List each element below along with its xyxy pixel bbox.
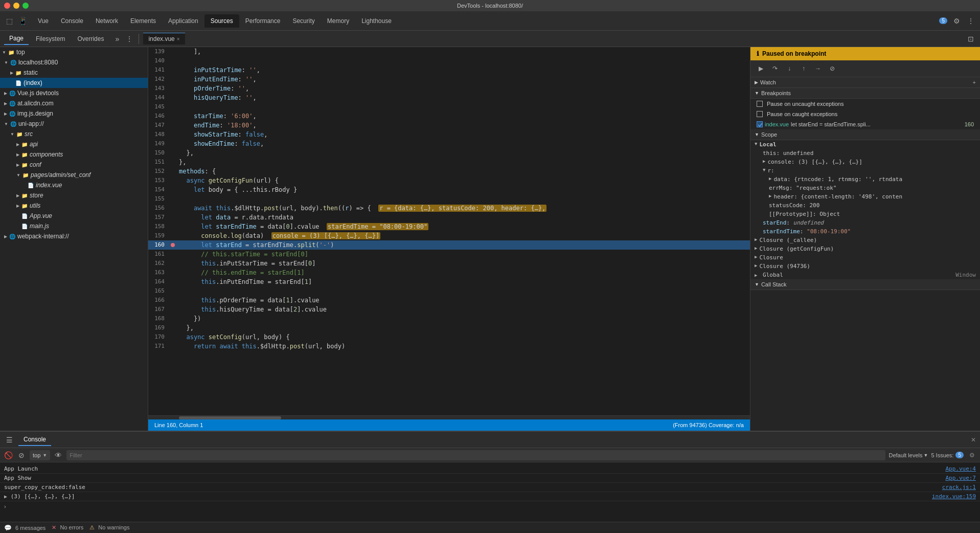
- breakpoints-section-header[interactable]: ▼ Breakpoints: [750, 88, 980, 99]
- deactivate-btn[interactable]: ⊘: [826, 62, 838, 75]
- scope-console[interactable]: ▶ console: (3) [{…}, {…}, {…}]: [750, 158, 980, 166]
- breakpoint-area-163[interactable]: [169, 268, 177, 277]
- breakpoint-area-152[interactable]: [169, 167, 177, 176]
- pause-caught-checkbox[interactable]: [757, 111, 763, 117]
- stepover-btn[interactable]: ↷: [769, 62, 781, 75]
- sidebar-item-static[interactable]: ▶ 📁 static: [0, 68, 148, 78]
- sidebar-item-mainjs[interactable]: ▶ 📄 main.js: [0, 221, 148, 231]
- breakpoint-area-167[interactable]: [169, 305, 177, 314]
- breakpoint-area-151[interactable]: [169, 158, 177, 167]
- sidebar-item-src[interactable]: ▼ 📁 src: [0, 129, 148, 139]
- breakpoint-area-154[interactable]: [169, 185, 177, 194]
- console-close[interactable]: ✕: [971, 436, 976, 443]
- breakpoint-area-156[interactable]: [169, 204, 177, 213]
- msg-3-src[interactable]: crack.js:1: [942, 484, 976, 491]
- stepinto-btn[interactable]: ↓: [783, 62, 795, 75]
- sidebar-item-imgjs[interactable]: ▶ 🌐 img.js.design: [0, 108, 148, 119]
- file-tab-index-vue[interactable]: index.vue ×: [143, 33, 185, 45]
- settings-icon[interactable]: ⚙: [951, 16, 962, 26]
- breakpoint-area-159[interactable]: [169, 231, 177, 240]
- console-settings-icon[interactable]: ⚙: [967, 450, 977, 460]
- breakpoint-area-165[interactable]: [169, 286, 177, 296]
- sidebar-item-pages[interactable]: ▼ 📁 pages/admin/set_conf: [0, 170, 148, 180]
- tab-lighthouse[interactable]: Lighthouse: [355, 14, 398, 28]
- subtab-filesystem[interactable]: Filesystem: [31, 33, 70, 45]
- breakpoint-area-161[interactable]: [169, 250, 177, 259]
- console-menu-icon[interactable]: ☰: [4, 435, 14, 445]
- resume-btn[interactable]: ▶: [755, 62, 767, 75]
- tab-performance[interactable]: Performance: [239, 14, 287, 28]
- breakpoint-area-153[interactable]: [169, 176, 177, 185]
- tab-network[interactable]: Network: [89, 14, 124, 28]
- sidebar-item-uniapp[interactable]: ▼ 🌐 uni-app://: [0, 119, 148, 129]
- maximize-button[interactable]: [22, 3, 29, 9]
- sidebar-item-vuedevtools[interactable]: ▶ 🌐 Vue.js devtools: [0, 88, 148, 98]
- breakpoint-area-149[interactable]: [169, 139, 177, 148]
- tab-vue[interactable]: Vue: [32, 14, 55, 28]
- breakpoint-area-164[interactable]: [169, 277, 177, 286]
- scope-r[interactable]: ▼ r:: [750, 166, 980, 175]
- breakpoint-area-150[interactable]: [169, 148, 177, 158]
- breakpoint-area-155[interactable]: [169, 194, 177, 204]
- subtab-overrides[interactable]: Overrides: [72, 33, 109, 45]
- more-icon[interactable]: ⋮: [966, 16, 976, 26]
- minimize-button[interactable]: [13, 3, 19, 9]
- horizontal-scrollbar[interactable]: [148, 415, 750, 419]
- breakpoint-file-item[interactable]: index.vue let starEnd = starEndTime.spli…: [750, 119, 980, 129]
- scope-closure-plain[interactable]: ▶ Closure: [750, 253, 980, 262]
- watch-section-header[interactable]: ▶ Watch +: [750, 77, 980, 88]
- sidebar-item-alicdn[interactable]: ▶ 🌐 at.alicdn.com: [0, 98, 148, 108]
- sidebar-item-index[interactable]: ▶ 📄 (index): [0, 78, 148, 88]
- breakpoint-area-162[interactable]: [169, 259, 177, 268]
- scope-section-header[interactable]: ▼ Scope: [750, 129, 980, 140]
- scope-local[interactable]: ▼ Local: [750, 140, 980, 149]
- msg-1-src[interactable]: App.vue:4: [945, 465, 976, 472]
- breakpoint-area-160[interactable]: [169, 240, 177, 250]
- breakpoint-area-142[interactable]: [169, 75, 177, 84]
- breakpoint-area-147[interactable]: [169, 121, 177, 130]
- sidebar-item-store[interactable]: ▶ 📁 store: [0, 190, 148, 201]
- pause-uncaught-checkbox[interactable]: [757, 101, 763, 107]
- breakpoint-active-checkbox[interactable]: [757, 121, 763, 127]
- issues-badge-area[interactable]: 5 Issues: 5: [931, 452, 964, 458]
- breakpoint-area-143[interactable]: [169, 84, 177, 93]
- breakpoint-area-140[interactable]: [169, 56, 177, 65]
- console-filter-input[interactable]: [66, 450, 885, 460]
- default-levels-selector[interactable]: Default levels ▼: [888, 452, 928, 458]
- msg-4-src[interactable]: index.vue:159: [932, 493, 976, 500]
- scope-header[interactable]: ▶ header: {content-length: '498', conten: [750, 192, 980, 201]
- watch-add[interactable]: +: [973, 79, 976, 85]
- breakpoint-area-158[interactable]: [169, 222, 177, 231]
- sidebar-item-utils[interactable]: ▶ 📁 utils: [0, 201, 148, 211]
- eye-icon[interactable]: 👁: [53, 450, 63, 460]
- breakpoint-area-168[interactable]: [169, 314, 177, 323]
- sidebar-item-api[interactable]: ▶ 📁 api: [0, 139, 148, 149]
- step-btn[interactable]: →: [812, 62, 824, 75]
- tab-sources[interactable]: Sources: [204, 14, 239, 28]
- tab-elements[interactable]: Elements: [124, 14, 162, 28]
- more-subtabs-icon[interactable]: »: [112, 34, 122, 44]
- tab-console[interactable]: Console: [55, 14, 89, 28]
- breakpoint-area-166[interactable]: [169, 296, 177, 305]
- breakpoint-area-170[interactable]: [169, 332, 177, 342]
- breakpoint-area-169[interactable]: [169, 323, 177, 332]
- clear-console-icon[interactable]: 🚫: [3, 450, 13, 460]
- target-selector[interactable]: top ▼: [30, 450, 50, 460]
- breakpoint-area-171[interactable]: [169, 342, 177, 351]
- sidebar-item-indexvue[interactable]: ▶ 📄 index.vue: [0, 180, 148, 190]
- subtab-page[interactable]: Page: [4, 33, 29, 45]
- inspect-icon[interactable]: ⬚: [4, 16, 14, 26]
- scope-closure-callee[interactable]: ▶ Closure (_callee): [750, 236, 980, 245]
- sidebar-item-localhost[interactable]: ▼ 🌐 localhost:8080: [0, 57, 148, 68]
- breakpoint-area-144[interactable]: [169, 93, 177, 102]
- tab-memory[interactable]: Memory: [321, 14, 355, 28]
- filter-icon[interactable]: ⊘: [16, 450, 27, 460]
- breakpoint-area-141[interactable]: [169, 65, 177, 75]
- breakpoint-area-148[interactable]: [169, 130, 177, 139]
- scope-closure-getconfig[interactable]: ▶ Closure (getConfigFun): [750, 245, 980, 253]
- scope-closure-94736[interactable]: ▶ Closure (94736): [750, 262, 980, 271]
- sidebar-item-webpack[interactable]: ▶ 🌐 webpack-internal://: [0, 231, 148, 241]
- breakpoint-area-146[interactable]: [169, 112, 177, 121]
- breakpoint-area-139[interactable]: [169, 47, 177, 56]
- device-icon[interactable]: 📱: [17, 16, 28, 26]
